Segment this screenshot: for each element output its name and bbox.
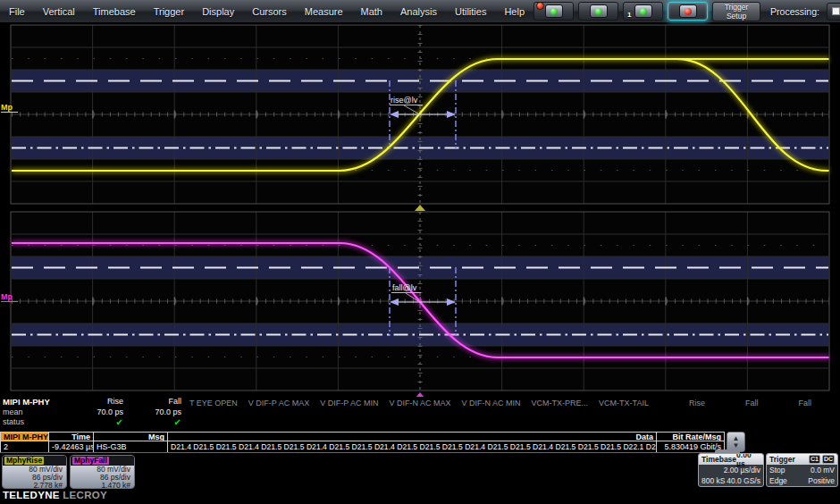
measure-header-inactive[interactable]: VCM-TX-TAIL — [599, 399, 649, 407]
rise-grid: rise@lv — [0, 24, 840, 205]
measure-col-rise-header[interactable]: Rise — [89, 397, 123, 407]
measure-col-fall-header[interactable]: Fall — [143, 397, 181, 407]
processing-stop-button[interactable] — [827, 3, 840, 21]
menu-math[interactable]: Math — [352, 0, 391, 23]
scope-screen-icon — [545, 4, 563, 18]
decode-table: MIPI M-PHY Time Msg Data Bit Rate/Msg 2 … — [0, 432, 725, 453]
menu-display[interactable]: Display — [193, 0, 243, 23]
menu-bar: File Vertical Timebase Trigger Display C… — [0, 0, 840, 23]
trigger-mode: Stop — [769, 466, 785, 475]
toolbar-right: 1 Trigger Setup Processing: ▷ Default. U… — [533, 0, 840, 22]
alarm-clock-icon — [536, 2, 544, 10]
menu-analysis[interactable]: Analysis — [391, 0, 446, 23]
measure-row-label-status: status — [3, 417, 94, 428]
green-dot-icon — [640, 8, 647, 15]
green-dot-icon — [595, 8, 602, 15]
fall-annotation-label: fall@lv — [392, 283, 417, 292]
measure-header-inactive[interactable]: Rise — [689, 399, 705, 407]
measure-row-label-mean: mean — [3, 407, 94, 418]
measure-header-inactive[interactable]: VCM-TX-PRE... — [532, 399, 589, 407]
stop-square-icon — [832, 7, 840, 15]
measure-header-inactive[interactable]: Fall — [798, 399, 811, 407]
measure-rise-mean: 70.0 ps — [89, 407, 123, 418]
mphyfall-label: MphyFall — [72, 457, 109, 465]
fall-trace-label[interactable]: Mp — [1, 292, 18, 302]
scope-screen-icon — [590, 4, 608, 18]
mphyrise-descriptor-box[interactable]: MphyRise 80 mV/div 86 ps/div 2.778 k# — [2, 455, 67, 489]
decode-row-index: 2 — [0, 441, 49, 452]
spinner-down-icon[interactable]: ▼ — [733, 442, 740, 449]
timebase-box[interactable]: Timebase 0.00 µs 2.00 µs/div 800 kS 40.0… — [698, 453, 764, 487]
decode-time-header: Time — [49, 433, 94, 441]
trigger-normal-button[interactable] — [578, 2, 618, 21]
trigger-time-marker[interactable] — [415, 205, 425, 211]
trigger-single-button[interactable]: 1 — [623, 2, 663, 21]
menu-items: File Vertical Timebase Trigger Display C… — [0, 0, 533, 22]
menu-timebase[interactable]: Timebase — [84, 0, 145, 23]
timebase-scale: 2.00 µs/div — [724, 466, 760, 475]
trigger-auto-button[interactable] — [533, 2, 574, 21]
trigger-source-badge: C1 — [809, 455, 820, 464]
decode-row-msg: HS-G3B — [94, 441, 168, 452]
menu-trigger[interactable]: Trigger — [145, 0, 193, 23]
decode-protocol-header[interactable]: MIPI M-PHY — [0, 433, 49, 441]
trigger-setup-line1: Trigger — [713, 3, 760, 12]
decode-panel: MIPI M-PHY Time Msg Data Bit Rate/Msg 2 … — [0, 432, 840, 454]
measure-header-inactive[interactable]: V DIF-P AC MAX — [248, 399, 309, 407]
rise-pass-check-icon: ✔ — [89, 417, 123, 428]
trigger-stop-button[interactable] — [668, 2, 708, 21]
menu-utilities[interactable]: Utilities — [446, 0, 495, 23]
logo-teledyne: TELEDYNE — [3, 490, 60, 500]
mphyrise-label: MphyRise — [4, 457, 44, 465]
measure-header-inactive[interactable]: V DIF-N AC MAX — [390, 399, 451, 407]
inactive-measure-headers: T EYE OPEN V DIF-P AC MAX V DIF-P AC MIN… — [189, 399, 811, 407]
menu-measure[interactable]: Measure — [296, 0, 352, 23]
trigger-coupling-badge: DC — [822, 455, 835, 464]
measure-header-inactive[interactable]: T EYE OPEN — [189, 399, 238, 407]
scope-screen-icon — [679, 4, 697, 18]
measure-header-inactive[interactable]: V DIF-N AC MIN — [462, 399, 521, 407]
decode-row[interactable]: 2 -9.42463 µs HS-G3B D21.4 D21.5 D21.5 D… — [0, 441, 725, 452]
rise-annotation-label: rise@lv — [391, 96, 418, 105]
menu-help[interactable]: Help — [495, 0, 533, 23]
trigger-setup-line2: Setup — [713, 12, 760, 21]
measurement-panel: MIPI M-PHY mean status Rise 70.0 ps ✔ Fa… — [0, 397, 840, 432]
timebase-samples: 800 kS — [701, 476, 725, 485]
processing-label: Processing: — [770, 6, 819, 17]
measure-title: MIPI M-PHY — [3, 397, 94, 407]
decode-bitrate-header: Bit Rate/Msg — [657, 433, 725, 441]
trigger-type: Edge — [769, 476, 787, 485]
trigger-title: Trigger — [769, 455, 795, 464]
measure-header-inactive[interactable]: Fall — [745, 399, 759, 407]
scope-screen-icon — [634, 4, 652, 18]
green-dot-icon — [550, 8, 558, 15]
trigger-setup-button[interactable]: Trigger Setup — [712, 2, 760, 21]
mphyfall-descriptor-box[interactable]: MphyFall 80 mV/div 86 ps/div 1.470 k# — [70, 455, 135, 489]
decode-msg-header: Msg — [94, 433, 168, 441]
decode-row-time: -9.42463 µs — [49, 441, 94, 452]
menu-vertical[interactable]: Vertical — [34, 0, 84, 23]
rise-trace-label[interactable]: Mp — [1, 103, 18, 113]
mphyrise-count: 2.778 k# — [3, 482, 66, 489]
decode-data-header: Data — [168, 433, 657, 441]
measure-header-inactive[interactable]: V DIF-P AC MIN — [320, 399, 378, 407]
trigger-level: 0.0 mV — [811, 466, 835, 475]
trigger-box[interactable]: Trigger C1 DC Stop 0.0 mV Edge Positive — [766, 453, 838, 487]
trigger-slope: Positive — [808, 476, 835, 485]
red-dot-icon — [685, 8, 692, 15]
logo-lecroy: LECROY — [63, 490, 107, 500]
menu-cursors[interactable]: Cursors — [243, 0, 296, 23]
fall-grid: fall@lv — [0, 211, 840, 391]
single-badge: 1 — [627, 11, 631, 19]
brand-logo: TELEDYNE LECROY — [3, 490, 107, 500]
timebase-title: Timebase — [701, 455, 736, 464]
oscilloscope-app: File Vertical Timebase Trigger Display C… — [0, 0, 840, 504]
fall-pass-check-icon: ✔ — [143, 417, 181, 428]
menu-file[interactable]: File — [0, 0, 34, 23]
mphyfall-count: 1.470 k# — [71, 482, 134, 489]
timebase-rate: 40.0 GS/s — [727, 476, 760, 485]
decode-row-data: D21.4 D21.5 D21.5 D21.4 D21.5 D21.5 D21.… — [168, 441, 657, 452]
measure-fall-mean: 70.0 ps — [143, 407, 181, 418]
